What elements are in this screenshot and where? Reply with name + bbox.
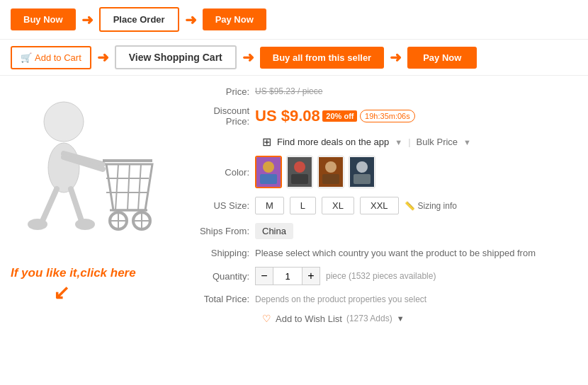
cart-illustration [11, 90, 166, 260]
cart-icon: 🛒 [21, 52, 32, 63]
svg-line-14 [138, 164, 141, 210]
size-options: M L XL XXL 📏 Sizing info [255, 197, 457, 214]
color-swatch-4[interactable] [349, 156, 375, 188]
bulk-dropdown-icon[interactable]: ▼ [463, 138, 471, 146]
deals-text[interactable]: Find more deals on the app [277, 137, 389, 147]
right-panel: Price: US $95.23 / piece Discount Price:… [184, 83, 588, 328]
arrow-icon-2: ➜ [185, 11, 197, 28]
svg-line-4 [43, 189, 57, 221]
pay-now-top-button[interactable]: Pay Now [203, 8, 266, 30]
size-xxl-button[interactable]: XXL [360, 197, 399, 214]
deals-dropdown-icon[interactable]: ▼ [395, 138, 402, 146]
wishlist-button[interactable]: Add to Wish List [276, 314, 342, 324]
svg-line-13 [128, 164, 130, 210]
buy-all-button[interactable]: Buy all from this seller [260, 47, 384, 69]
svg-point-1 [48, 143, 79, 192]
discount-label: Discount Price: [191, 105, 255, 127]
arrow-icon-3: ➜ [97, 49, 109, 66]
ships-from-label: Ships From: [191, 226, 255, 236]
shipping-row: Shipping: Please select which country yo… [191, 248, 581, 258]
arrow-icon-1: ➜ [81, 11, 94, 28]
deals-row: ⊞ Find more deals on the app ▼ | Bulk Pr… [191, 135, 581, 149]
place-order-button[interactable]: Place Order [99, 7, 179, 32]
cart-svg [11, 90, 166, 253]
svg-point-26 [294, 161, 305, 173]
color-label: Color: [191, 167, 255, 178]
price-row: Price: US $95.23 / piece [191, 86, 581, 97]
svg-line-12 [115, 164, 118, 210]
svg-rect-33 [354, 174, 371, 184]
svg-rect-27 [291, 174, 308, 184]
size-m-button[interactable]: M [255, 197, 284, 214]
pay-now-bottom-button[interactable]: Pay Now [407, 47, 477, 69]
svg-rect-24 [260, 174, 277, 184]
add-to-cart-button[interactable]: 🛒 Add to Cart [11, 46, 91, 69]
discount-price: US $9.08 [255, 107, 320, 125]
svg-point-32 [356, 161, 368, 173]
quantity-input[interactable] [273, 267, 302, 285]
sizing-info-link[interactable]: 📏 Sizing info [405, 201, 457, 211]
divider: | [408, 137, 410, 147]
svg-point-23 [263, 161, 274, 173]
shipping-text: Please select which country you want the… [255, 248, 536, 258]
quantity-label: Quantity: [191, 271, 255, 282]
top-flow-row: Buy Now ➜ Place Order ➜ Pay Now [0, 0, 588, 40]
shipping-label: Shipping: [191, 248, 255, 258]
svg-point-7 [75, 219, 95, 230]
svg-rect-30 [322, 174, 339, 184]
size-l-button[interactable]: L [290, 197, 316, 214]
total-price-row: Total Price: Depends on the product prop… [191, 294, 581, 304]
timer-badge: 19h:35m:06s [360, 110, 415, 122]
svg-point-0 [44, 102, 84, 142]
color-swatch-1[interactable] [255, 156, 282, 188]
arrow-icon-5: ➜ [390, 49, 402, 66]
ships-from-value: China [255, 223, 293, 239]
ruler-icon: 📏 [405, 201, 415, 211]
quantity-increase-button[interactable]: + [302, 267, 320, 285]
color-options [255, 156, 375, 188]
color-row: Color: [191, 156, 581, 188]
discount-price-row: Discount Price: US $9.08 20% off 19h:35m… [191, 105, 581, 127]
wishlist-row: ♡ Add to Wish List (1273 Adds) ▼ [191, 313, 581, 324]
wishlist-dropdown-icon[interactable]: ▼ [397, 314, 405, 323]
svg-line-5 [71, 189, 81, 221]
view-cart-button[interactable]: View Shopping Cart [115, 45, 237, 69]
quantity-available: piece (1532 pieces available) [326, 271, 436, 281]
sizing-info-text: Sizing info [418, 201, 457, 211]
off-badge: 20% off [322, 110, 357, 122]
quantity-control: − + [255, 267, 320, 285]
arrow-icon-4: ➜ [242, 49, 254, 66]
click-here-text: If you like it,click here [11, 265, 174, 281]
original-price: US $95.23 / piece [255, 86, 322, 96]
size-label: US Size: [191, 200, 255, 211]
color-swatch-2[interactable] [286, 156, 313, 188]
wishlist-count: (1273 Adds) [346, 314, 392, 323]
heart-icon: ♡ [262, 313, 271, 324]
size-row: US Size: M L XL XXL 📏 Sizing info [191, 197, 581, 214]
buy-now-button[interactable]: Buy Now [11, 8, 76, 30]
quantity-decrease-button[interactable]: − [255, 267, 273, 285]
total-price-value: Depends on the product properties you se… [255, 294, 426, 304]
main-content: If you like it,click here ↙ Price: US $9… [0, 76, 588, 335]
ships-from-row: Ships From: China [191, 223, 581, 239]
down-arrow-icon: ↙ [53, 281, 174, 304]
svg-point-29 [325, 161, 337, 173]
qr-icon: ⊞ [262, 135, 271, 149]
color-swatch-3[interactable] [317, 156, 344, 188]
quantity-row: Quantity: − + piece (1532 pieces availab… [191, 267, 581, 285]
size-xl-button[interactable]: XL [322, 197, 354, 214]
total-price-label: Total Price: [191, 294, 255, 304]
svg-point-6 [28, 219, 47, 230]
price-label: Price: [191, 86, 255, 97]
bulk-price-link[interactable]: Bulk Price [417, 137, 458, 147]
left-panel: If you like it,click here ↙ [0, 83, 184, 328]
second-flow-row: 🛒 Add to Cart ➜ View Shopping Cart ➜ Buy… [0, 40, 588, 76]
